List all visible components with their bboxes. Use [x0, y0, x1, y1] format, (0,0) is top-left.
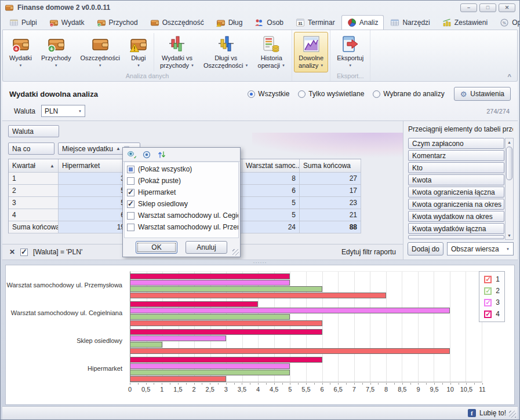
field-item-clipped[interactable] [408, 235, 504, 239]
checkbox[interactable] [127, 212, 134, 220]
tab-d-ug[interactable]: !Dług [210, 15, 249, 30]
ribbon-button-przychody[interactable]: +Przychody▼ [37, 32, 75, 72]
ribbon-button-wydatki-vs-przychody[interactable]: Wydatki vsprzychody ▼ [155, 32, 199, 72]
filter-item-hipermarket[interactable]: Hipermarket [125, 187, 238, 198]
settings-button[interactable]: ⚙ Ustawienia [454, 87, 511, 101]
filter-area-field-waluta[interactable]: Waluta [8, 125, 59, 137]
field-item-kto[interactable]: Kto [408, 162, 504, 173]
legend-entry-1[interactable]: 1 [484, 275, 500, 283]
bar-series-1-warsztat-samochodowy-ul-przemys-owa [130, 293, 386, 298]
radio-tylko-wy-wietlane[interactable]: Tylko wyświetlane [298, 90, 364, 98]
field-item-kwota-ograniczenia-czna[interactable]: Kwota ograniczenia łączna [408, 187, 504, 198]
ribbon-button-label2: Oszczędności ▼ [203, 62, 248, 70]
sort-order-icon[interactable] [157, 150, 166, 159]
wallet-icon [91, 35, 110, 53]
radio-dot [298, 90, 306, 98]
target-area-select[interactable]: Obszar wiersza ▼ [447, 242, 514, 255]
row-area-field-na-co[interactable]: Na co [8, 143, 54, 155]
bar-series-3-warsztat-samochodowy-ul-przemys-owa [130, 280, 290, 286]
ribbon-button-eksportuj[interactable]: Eksportuj▼ [332, 32, 368, 72]
checkbox[interactable] [127, 177, 134, 185]
popup-resize-grip[interactable] [232, 249, 239, 255]
cancel-button[interactable]: Anuluj [186, 241, 227, 254]
ribbon-group: Dowolneanalizy ▼ [292, 30, 330, 81]
like-label[interactable]: Lubię to! [479, 409, 506, 417]
filter-item-label: (Pokaż wszystko) [138, 165, 192, 173]
legend-checkbox[interactable] [484, 311, 492, 318]
tab-terminar[interactable]: 31Terminar [290, 15, 341, 30]
legend-entry-4[interactable]: 4 [484, 310, 500, 318]
row-axis-header[interactable]: Kwartał▲ [9, 159, 59, 173]
remove-filter-icon[interactable]: ✕ [9, 248, 15, 256]
radio-label: Wybrane do analizy [383, 90, 444, 98]
checkbox[interactable] [127, 166, 134, 173]
legend-entry-3[interactable]: 3 [484, 298, 500, 306]
wallet-warning-icon: ! [129, 35, 148, 53]
ribbon-button-d-ugi-vs-oszcz-dno-ci[interactable]: Długi vsOszczędności ▼ [199, 32, 253, 72]
radio-wszystkie[interactable]: Wszystkie [248, 90, 289, 98]
x-tick [234, 383, 235, 385]
window-resize-grip[interactable] [509, 411, 516, 418]
close-button[interactable]: ✕ [499, 3, 515, 12]
currency-select[interactable]: PLN ▼ [41, 105, 85, 117]
field-item-kwota-ograniczenia-na-okres[interactable]: Kwota ograniczenia na okres [408, 199, 504, 210]
tab-oszcz-dno[interactable]: Oszczędność [144, 15, 210, 30]
tab-opcj[interactable]: %Opcj [494, 15, 520, 30]
filter-item-sklep-osiedlowy[interactable]: Sklep osiedlowy [125, 198, 238, 210]
field-item-komentarz[interactable]: Komentarz [408, 150, 504, 161]
scrollbar-thumb[interactable] [506, 147, 512, 180]
filter-enabled-checkbox[interactable] [20, 249, 28, 256]
field-item-kwota-wydatkow-na-okres[interactable]: Kwota wydatkow na okres [408, 211, 504, 222]
column-header-hipermarket[interactable]: Hipermarket [59, 159, 129, 173]
add-to-button[interactable]: Dodaj do [408, 242, 443, 255]
facebook-icon[interactable]: f [468, 409, 476, 417]
filter-popup-toolbar: ✓ [123, 148, 240, 162]
tab-pulpi[interactable]: Pulpi [3, 15, 43, 30]
x-tick-label: 7 [352, 386, 356, 393]
minimize-button[interactable]: – [460, 3, 477, 12]
column-header-suma-ko-cowa[interactable]: Suma końcowa [300, 159, 361, 173]
maximize-button[interactable]: □ [479, 3, 496, 12]
edit-report-filter-link[interactable]: Edytuj filtr raportu [341, 248, 396, 256]
ribbon-button-dowolne-analizy[interactable]: Dowolneanalizy ▼ [294, 32, 328, 72]
chevron-down-icon: ▼ [506, 247, 510, 251]
radio-wybrane-do-analizy[interactable]: Wybrane do analizy [373, 90, 444, 98]
checkbox[interactable] [127, 189, 134, 196]
column-header-warsztat-samoc[interactable]: Warsztat samoc... [242, 159, 300, 173]
tab-analiz[interactable]: Analiz [341, 15, 384, 30]
field-item-kwota-wydatk-w-czna[interactable]: Kwota wydatków łączna [408, 223, 504, 234]
tab-osob[interactable]: Osob [249, 15, 289, 30]
checkbox[interactable] [127, 224, 134, 231]
ribbon-button-wydatki[interactable]: +Wydatki▼ [5, 32, 37, 72]
filter-item-warsztat-samochodowy-ul-przemys[interactable]: Warsztat samochodowy ul. Przemys [125, 221, 238, 233]
legend-checkbox[interactable] [484, 299, 492, 306]
radio-mode-icon[interactable] [142, 150, 151, 159]
x-tick [314, 383, 315, 385]
tab-wydatk[interactable]: −Wydatk [43, 15, 90, 30]
filter-item-poka-puste[interactable]: (Pokaż puste) [125, 175, 238, 187]
tab-zestawieni[interactable]: Zestawieni [437, 15, 493, 30]
tab-narz-dzi[interactable]: Narzędzi [384, 15, 435, 30]
legend-checkbox[interactable] [484, 287, 492, 295]
ribbon-button-historia-operacji[interactable]: Historiaoperacji ▼ [253, 32, 290, 72]
filter-item-warsztat-samochodowy-ul-cegielnia[interactable]: Warsztat samochodowy ul. Cegielnia [125, 210, 238, 221]
show-values-icon[interactable]: ✓ [127, 150, 136, 159]
splitter-handle[interactable]: ······ [2, 260, 518, 265]
ribbon-button-oszcz-dno-ci[interactable]: Oszczędności▼ [75, 32, 124, 72]
legend-checkbox[interactable] [484, 276, 492, 283]
scroll-down-icon[interactable]: ▼ [507, 232, 511, 239]
ok-button[interactable]: OK [136, 241, 177, 254]
field-list-scrollbar[interactable]: ▲ ▼ [505, 138, 514, 240]
chevron-down-icon: ▼ [282, 64, 285, 67]
filter-item-poka-wszystko[interactable]: (Pokaż wszystko) [125, 163, 238, 175]
bar-series-1-hipermarket [130, 376, 226, 382]
data-cell: 6 [59, 209, 129, 221]
ribbon-button-d-ugi[interactable]: !Długi▼ [125, 32, 152, 72]
field-item-czym-zap-acono[interactable]: Czym zapłacono [408, 138, 504, 149]
scroll-up-icon[interactable]: ▲ [507, 138, 511, 146]
tab-przychod[interactable]: +Przychod [91, 15, 144, 30]
checkbox[interactable] [127, 200, 134, 208]
collapse-ribbon-icon[interactable]: ^ [508, 73, 511, 80]
legend-entry-2[interactable]: 2 [484, 287, 500, 295]
field-item-kwota[interactable]: Kwota [408, 174, 504, 185]
